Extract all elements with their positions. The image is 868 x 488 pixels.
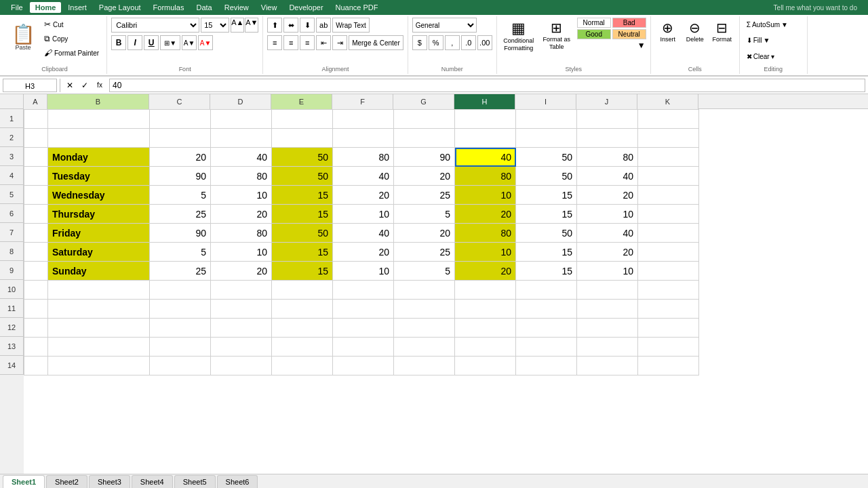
cell-B8[interactable]: Saturday bbox=[48, 243, 150, 262]
col-header-D[interactable]: D bbox=[210, 94, 271, 109]
cell-F1[interactable] bbox=[333, 110, 394, 129]
clear-button[interactable]: ✖ Clear ▾ bbox=[744, 49, 778, 63]
cell-D12[interactable] bbox=[211, 319, 272, 338]
menu-insert[interactable]: Insert bbox=[62, 2, 92, 13]
cell-D11[interactable] bbox=[211, 300, 272, 319]
cell-I7[interactable]: 50 bbox=[516, 224, 577, 243]
cell-B2[interactable] bbox=[48, 129, 150, 148]
row-header-10[interactable]: 10 bbox=[0, 280, 24, 299]
align-center-button[interactable]: ≡ bbox=[283, 35, 298, 50]
col-header-J[interactable]: J bbox=[576, 94, 637, 109]
cell-E6[interactable]: 15 bbox=[272, 205, 333, 224]
cell-H3[interactable]: 40 bbox=[455, 148, 516, 167]
cell-J6[interactable]: 10 bbox=[577, 205, 638, 224]
col-header-H[interactable]: H bbox=[454, 94, 515, 109]
col-header-B[interactable]: B bbox=[47, 94, 149, 109]
row-header-2[interactable]: 2 bbox=[0, 128, 24, 147]
cell-A10[interactable] bbox=[24, 281, 48, 300]
cell-A12[interactable] bbox=[24, 319, 48, 338]
menu-developer[interactable]: Developer bbox=[283, 2, 328, 13]
cell-D5[interactable]: 10 bbox=[211, 186, 272, 205]
row-header-3[interactable]: 3 bbox=[0, 147, 24, 166]
cell-D9[interactable]: 20 bbox=[211, 262, 272, 281]
cell-D10[interactable] bbox=[211, 281, 272, 300]
cell-G2[interactable] bbox=[394, 129, 455, 148]
cell-J8[interactable]: 20 bbox=[577, 243, 638, 262]
corner-cell[interactable] bbox=[0, 94, 24, 108]
row-header-7[interactable]: 7 bbox=[0, 223, 24, 242]
select-all-button[interactable] bbox=[0, 94, 23, 109]
cell-D4[interactable]: 80 bbox=[211, 167, 272, 186]
cell-B3[interactable]: Monday bbox=[48, 148, 150, 167]
row-header-8[interactable]: 8 bbox=[0, 242, 24, 261]
col-header-K[interactable]: K bbox=[637, 94, 698, 109]
cell-G14[interactable] bbox=[394, 357, 455, 375]
cell-B14[interactable] bbox=[48, 357, 150, 375]
cell-K10[interactable] bbox=[638, 281, 699, 300]
align-bottom-button[interactable]: ⬇ bbox=[300, 18, 315, 33]
cell-K3[interactable] bbox=[638, 148, 699, 167]
cell-E11[interactable] bbox=[272, 300, 333, 319]
col-header-F[interactable]: F bbox=[332, 94, 393, 109]
style-neutral[interactable]: Neutral bbox=[612, 29, 646, 39]
align-top-button[interactable]: ⬆ bbox=[267, 18, 282, 33]
cell-I8[interactable]: 15 bbox=[516, 243, 577, 262]
cell-G10[interactable] bbox=[394, 281, 455, 300]
cell-F7[interactable]: 40 bbox=[333, 224, 394, 243]
cell-E3[interactable]: 50 bbox=[272, 148, 333, 167]
cell-E4[interactable]: 50 bbox=[272, 167, 333, 186]
increase-indent-button[interactable]: ⇥ bbox=[332, 35, 347, 50]
cell-J13[interactable] bbox=[577, 338, 638, 357]
border-button[interactable]: ⊞▼ bbox=[160, 35, 180, 50]
cell-E13[interactable] bbox=[272, 338, 333, 357]
cell-E7[interactable]: 50 bbox=[272, 224, 333, 243]
font-increase-button[interactable]: A▲ bbox=[231, 18, 244, 33]
cell-I4[interactable]: 50 bbox=[516, 167, 577, 186]
cell-I2[interactable] bbox=[516, 129, 577, 148]
cell-H9[interactable]: 20 bbox=[455, 262, 516, 281]
cell-A2[interactable] bbox=[24, 129, 48, 148]
row-header-4[interactable]: 4 bbox=[0, 166, 24, 185]
formula-insert-function-button[interactable]: fx bbox=[93, 79, 106, 92]
cell-K14[interactable] bbox=[638, 357, 699, 375]
cell-D6[interactable]: 20 bbox=[211, 205, 272, 224]
cell-K5[interactable] bbox=[638, 186, 699, 205]
cell-B12[interactable] bbox=[48, 319, 150, 338]
format-cells-button[interactable]: ⊟ Format bbox=[709, 18, 735, 57]
style-good[interactable]: Good bbox=[577, 29, 611, 39]
cell-D8[interactable]: 10 bbox=[211, 243, 272, 262]
cell-C7[interactable]: 90 bbox=[150, 224, 211, 243]
col-header-E[interactable]: E bbox=[271, 94, 332, 109]
cell-C2[interactable] bbox=[150, 129, 211, 148]
cell-F12[interactable] bbox=[333, 319, 394, 338]
menu-file[interactable]: File bbox=[5, 2, 28, 13]
cell-I1[interactable] bbox=[516, 110, 577, 129]
formula-confirm-button[interactable]: ✓ bbox=[78, 79, 92, 92]
sheet-tab-6[interactable]: Sheet6 bbox=[217, 475, 258, 489]
cell-C1[interactable] bbox=[150, 110, 211, 129]
cell-F8[interactable]: 20 bbox=[333, 243, 394, 262]
increase-decimal-button[interactable]: .00 bbox=[477, 35, 492, 50]
cell-D13[interactable] bbox=[211, 338, 272, 357]
percent-button[interactable]: % bbox=[429, 35, 443, 50]
menu-home[interactable]: Home bbox=[30, 2, 62, 13]
cell-G9[interactable]: 5 bbox=[394, 262, 455, 281]
col-header-I[interactable]: I bbox=[515, 94, 576, 109]
cell-H2[interactable] bbox=[455, 129, 516, 148]
cell-K1[interactable] bbox=[638, 110, 699, 129]
cell-D14[interactable] bbox=[211, 357, 272, 375]
cell-E5[interactable]: 15 bbox=[272, 186, 333, 205]
row-header-5[interactable]: 5 bbox=[0, 185, 24, 204]
fill-color-button[interactable]: A▼ bbox=[182, 35, 197, 50]
cell-A4[interactable] bbox=[24, 167, 48, 186]
cell-J10[interactable] bbox=[577, 281, 638, 300]
cell-B5[interactable]: Wednesday bbox=[48, 186, 150, 205]
cell-E10[interactable] bbox=[272, 281, 333, 300]
cell-F9[interactable]: 10 bbox=[333, 262, 394, 281]
sheet-tab-2[interactable]: Sheet2 bbox=[46, 475, 87, 489]
formula-cancel-button[interactable]: ✕ bbox=[63, 79, 77, 92]
cell-A3[interactable] bbox=[24, 148, 48, 167]
cell-F3[interactable]: 80 bbox=[333, 148, 394, 167]
cell-F2[interactable] bbox=[333, 129, 394, 148]
cell-D1[interactable] bbox=[211, 110, 272, 129]
